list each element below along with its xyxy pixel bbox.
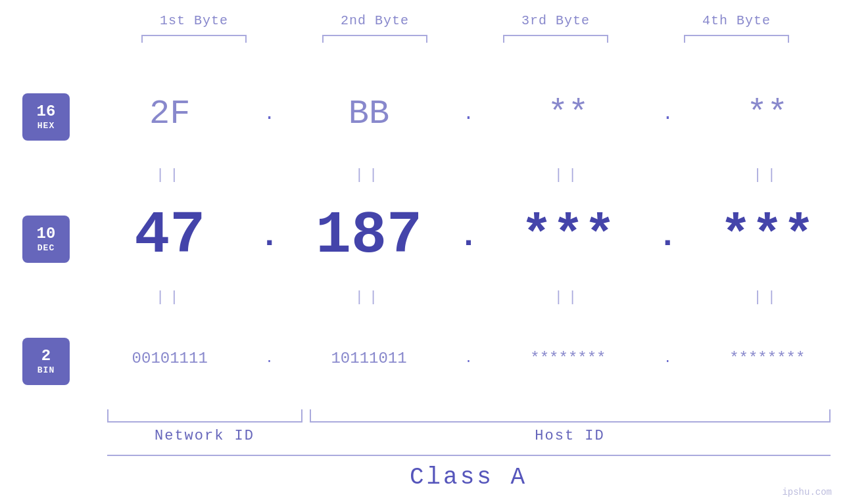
bin-badge-num: 2 [41,348,51,365]
hex-badge: 16 HEX [22,93,70,141]
bin-b2: 10111011 [303,350,435,367]
bracket-cell-4 [646,35,827,43]
bin-row: 00101111 . 10111011 . ******** . *******… [92,307,845,409]
id-brackets [107,409,831,423]
hex-dot-1: . [260,104,279,124]
eq-3: || [502,167,634,183]
network-id-label: Network ID [107,428,302,444]
main-layout: 16 HEX 10 DEC 2 BIN 2F . BB . ** . ** [0,62,845,409]
dec-badge: 10 DEC [22,216,70,263]
hex-b1: 2F [104,95,235,133]
host-id-label: Host ID [310,428,831,444]
eq2-3: || [502,289,634,306]
hex-b3: ** [502,95,634,133]
values-column: 2F . BB . ** . ** || || || || 47 [92,62,845,409]
bin-dot-3: . [658,351,677,366]
bracket-1 [141,35,247,43]
eq2-4: || [702,289,833,306]
hex-badge-label: HEX [37,121,55,131]
bin-b1: 00101111 [104,350,235,367]
bin-b4: ******** [702,350,833,367]
host-bracket [310,409,831,423]
dec-dot-3: . [658,218,677,255]
main-container: 1st Byte 2nd Byte 3rd Byte 4th Byte 16 H… [0,0,845,504]
id-section: Network ID Host ID Class A [107,409,831,491]
hex-badge-num: 16 [37,103,56,120]
badges-column: 16 HEX 10 DEC 2 BIN [0,62,92,409]
eq-1: || [104,167,235,183]
class-bracket-line [107,455,831,456]
dec-badge-label: DEC [37,243,55,253]
byte4-header: 4th Byte [646,13,827,28]
eq-row-1: || || || || [92,165,845,185]
hex-dot-3: . [658,104,677,124]
eq-2: || [303,167,435,183]
bracket-row-top [104,35,827,43]
dec-dot-1: . [260,218,279,255]
watermark: ipshu.com [782,487,832,497]
bin-b3: ******** [502,350,634,367]
hex-b2: BB [303,95,435,133]
bracket-3 [503,35,608,43]
bin-dot-1: . [260,351,279,366]
dec-b3: *** [502,206,634,266]
hex-b4: ** [702,95,833,133]
hex-dot-2: . [458,104,478,124]
bracket-cell-1 [104,35,285,43]
bin-dot-2: . [458,351,478,366]
eq2-2: || [303,289,435,306]
byte3-header: 3rd Byte [466,13,646,28]
id-labels: Network ID Host ID [107,428,831,444]
bin-badge: 2 BIN [22,338,70,385]
byte1-header: 1st Byte [104,13,285,28]
byte-headers: 1st Byte 2nd Byte 3rd Byte 4th Byte [104,13,827,28]
bracket-2 [322,35,427,43]
eq2-1: || [104,289,235,306]
dec-row: 47 . 187 . *** . *** [92,185,845,287]
bracket-cell-2 [285,35,466,43]
eq-row-2: || || || || [92,287,845,307]
byte2-header: 2nd Byte [285,13,466,28]
network-bracket [107,409,302,423]
eq-4: || [702,167,833,183]
dec-b1: 47 [104,202,235,269]
bracket-cell-3 [466,35,646,43]
bracket-4 [684,35,789,43]
class-label: Class A [107,464,831,491]
hex-row: 2F . BB . ** . ** [92,62,845,165]
bin-badge-label: BIN [37,365,55,375]
dec-dot-2: . [458,218,478,255]
dec-b2: 187 [303,202,435,269]
dec-b4: *** [702,206,833,266]
dec-badge-num: 10 [37,225,56,242]
